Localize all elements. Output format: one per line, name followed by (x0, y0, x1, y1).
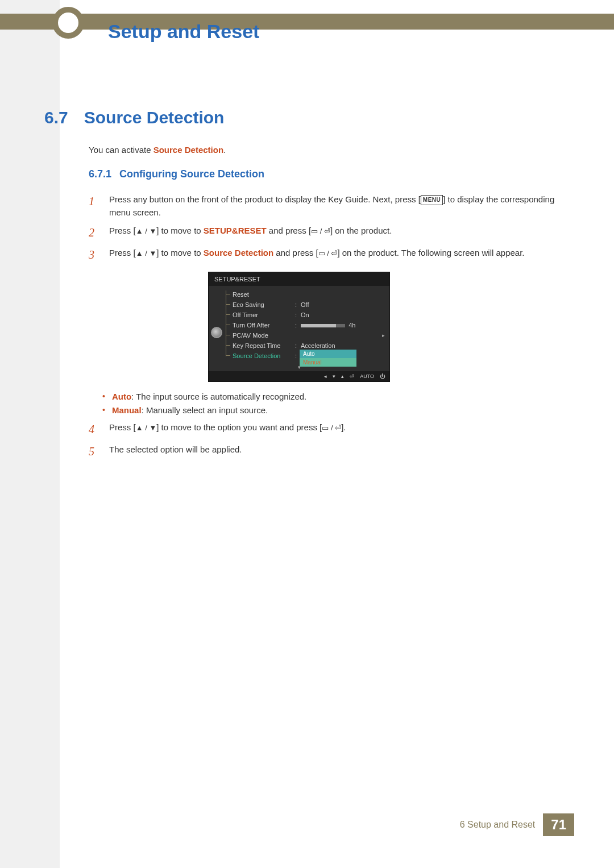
osd-opt-manual: Manual (300, 358, 356, 367)
s3c: and press [ (273, 248, 318, 258)
menu-key-icon: MENU (421, 195, 443, 205)
left-margin-band (0, 0, 60, 868)
step-4: 4 Press [▲ / ▼] to move to the option yo… (89, 421, 561, 438)
footer-chapter: 6 Setup and Reset (460, 820, 544, 830)
osd-row-offtimer: Off Timer:On (209, 310, 389, 320)
osd-dropdown: Auto Manual (300, 350, 356, 367)
s4a: Press [ (109, 422, 136, 432)
enter-icon: ▭ / ⏎ (322, 423, 341, 432)
s3b: ] to move to (156, 248, 204, 258)
osd-title: SETUP&RESET (209, 272, 389, 286)
osd-keyrep-val: Acceleration (301, 342, 385, 349)
osd-eco-val: Off (301, 301, 385, 308)
osd-turnoff-text: 4h (349, 322, 355, 329)
bullet-manual: • Manual: Manually select an input sourc… (102, 404, 561, 417)
step-5-num: 5 (89, 443, 101, 460)
osd-foot-power-icon: ⏻ (380, 373, 385, 379)
osd-offtimer-val: On (301, 312, 385, 318)
osd-foot-enter-icon: ⏎ (350, 373, 354, 379)
osd-turnoff-val: 4h (301, 322, 385, 329)
top-band (0, 14, 614, 30)
footer-page-number: 71 (543, 813, 574, 836)
section-title: Source Detection (84, 108, 225, 127)
bullet-auto-label: Auto (112, 392, 131, 401)
step-2: 2 Press [▲ / ▼] to move to SETUP&RESET a… (89, 224, 561, 242)
step-4-text: Press [▲ / ▼] to move to the option you … (109, 421, 346, 438)
s2c: and press [ (267, 226, 311, 235)
updown-icon: ▲ / ▼ (136, 249, 157, 258)
step-4-num: 4 (89, 421, 101, 438)
s3-target: Source Detection (204, 248, 273, 258)
osd-row-eco: Eco Saving:Off (209, 300, 389, 310)
osd-foot-auto: AUTO (360, 373, 374, 379)
osd-eco-label: Eco Saving (233, 301, 295, 308)
osd-turnoff-label: Turn Off After (233, 322, 295, 329)
subsection-title: Configuring Source Detection (119, 168, 264, 180)
intro-paragraph: You can activate Source Detection. (89, 145, 561, 155)
osd-slider-fill (301, 324, 336, 327)
osd-srcdet-label: Source Detection (233, 352, 295, 359)
osd-body: ▸ Reset Eco Saving:Off Off Timer:On Turn… (209, 286, 389, 371)
bullet-auto-desc: : The input source is automatically reco… (131, 392, 306, 401)
osd-offtimer-label: Off Timer (233, 312, 295, 318)
osd-pcav-label: PC/AV Mode (233, 332, 295, 339)
bullet-dot-icon: • (102, 390, 105, 404)
bullet-manual-text: Manual: Manually select an input source. (112, 404, 268, 417)
step-3-text: Press [▲ / ▼] to move to Source Detectio… (109, 246, 525, 264)
intro-emph: Source Detection (154, 145, 223, 155)
step-1: 1 Press any button on the front of the p… (89, 193, 561, 219)
option-bullets: • Auto: The input source is automaticall… (102, 390, 561, 417)
osd-footer: ◂ ▾ ▴ ⏎ AUTO ⏻ (209, 371, 389, 381)
s2-target: SETUP&RESET (204, 226, 267, 235)
enter-icon: ▭ / ⏎ (311, 227, 330, 235)
intro-prefix: You can activate (89, 145, 154, 155)
s2d: ] on the product. (330, 226, 392, 235)
updown-icon: ▲ / ▼ (136, 227, 157, 235)
step-5: 5 The selected option will be applied. (89, 443, 561, 460)
s3d: ] on the product. The following screen w… (337, 248, 524, 258)
bullet-manual-desc: : Manually select an input source. (142, 405, 268, 415)
s2b: ] to move to (156, 226, 204, 235)
osd-row-srcdet: Source Detection: (209, 351, 389, 361)
chapter-circle-icon (52, 7, 84, 39)
step-2-num: 2 (89, 224, 101, 242)
section-number: 6.7 (44, 108, 68, 127)
subsection-number: 6.7.1 (89, 168, 111, 180)
osd-reset-label: Reset (233, 291, 295, 298)
step-3-num: 3 (89, 246, 101, 264)
step-1-text: Press any button on the front of the pro… (109, 193, 561, 219)
step-5-text: The selected option will be applied. (109, 443, 242, 460)
bullet-auto-text: Auto: The input source is automatically … (112, 390, 306, 404)
s4c: ]. (341, 422, 346, 432)
step-1-pre: Press any button on the front of the pro… (109, 194, 421, 204)
step-2-text: Press [▲ / ▼] to move to SETUP&RESET and… (109, 224, 392, 242)
bullet-auto: • Auto: The input source is automaticall… (102, 390, 561, 404)
s2a: Press [ (109, 226, 136, 235)
osd-keyrep-label: Key Repeat Time (233, 342, 295, 349)
bullet-dot-icon: • (102, 404, 105, 417)
osd-scroll-down-icon: ▾ (298, 364, 301, 370)
updown-icon: ▲ / ▼ (136, 423, 157, 432)
osd-screenshot: SETUP&RESET ▸ Reset Eco Saving:Off Off T… (208, 272, 390, 382)
s4b: ] to move to the option you want and pre… (156, 422, 322, 432)
osd-opt-auto: Auto (300, 350, 356, 358)
step-3: 3 Press [▲ / ▼] to move to Source Detect… (89, 246, 561, 264)
osd-foot-left-icon: ◂ (324, 373, 327, 379)
page-footer: 6 Setup and Reset 71 (460, 813, 574, 836)
osd-foot-down-icon: ▾ (333, 373, 335, 379)
intro-suffix: . (223, 145, 226, 155)
osd-row-reset: Reset (209, 289, 389, 300)
s3a: Press [ (109, 248, 136, 258)
chapter-title: Setup and Reset (108, 20, 259, 43)
osd-row-pcav: PC/AV Mode (209, 330, 389, 340)
osd-foot-up-icon: ▴ (341, 373, 344, 379)
osd-row-turnoff: Turn Off After: 4h (209, 320, 389, 330)
enter-icon: ▭ / ⏎ (318, 249, 338, 258)
bullet-manual-label: Manual (112, 405, 142, 415)
step-1-num: 1 (89, 193, 101, 219)
osd-row-keyrep: Key Repeat Time:Acceleration (209, 340, 389, 351)
osd-slider (301, 324, 345, 327)
